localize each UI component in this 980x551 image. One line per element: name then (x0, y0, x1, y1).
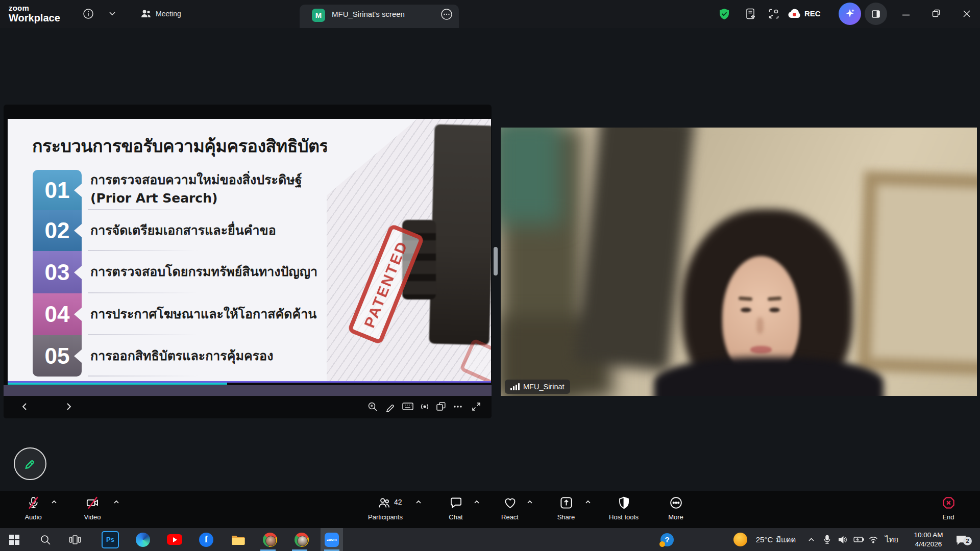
camera-off-icon[interactable] (86, 496, 100, 510)
help-icon[interactable]: ? (658, 528, 676, 551)
viewer-control-bar: 16 / 55 (4, 396, 492, 418)
photoshop-glyph: Ps (106, 536, 114, 543)
tray-wifi-icon[interactable] (867, 528, 880, 551)
workplace-logo: Workplace (9, 12, 60, 24)
step-label-1-line2: (Prior Art Search) (90, 189, 320, 208)
meeting-tab-people-icon[interactable] (140, 8, 152, 19)
share-screen-icon[interactable] (559, 496, 573, 510)
participants-icon[interactable] (377, 496, 391, 510)
step-number-5: 05 (33, 335, 82, 377)
zoom-meeting-window: zoom Workplace Meeting M MFU_Sirinat's s… (0, 0, 980, 551)
weather-sun-icon[interactable] (731, 528, 749, 551)
clock-time: 10:00 AM (908, 531, 949, 540)
broadcast-icon[interactable] (420, 402, 430, 412)
video-options-chevron[interactable] (113, 500, 119, 504)
next-slide-icon[interactable] (66, 403, 71, 411)
language-indicator[interactable]: ไทย (881, 528, 902, 551)
divider (88, 250, 198, 251)
chrome-profile2-icon[interactable] (291, 528, 312, 551)
participant-name-tag: MFU_Sirinat (505, 380, 570, 394)
cloud-recording-icon[interactable] (788, 8, 802, 19)
rec-label: REC (804, 9, 821, 18)
tray-chevron-up-icon[interactable] (804, 528, 818, 551)
window-titlebar: zoom Workplace Meeting M MFU_Sirinat's s… (0, 0, 980, 28)
participants-count: 42 (394, 498, 402, 506)
file-explorer-icon[interactable] (228, 528, 248, 551)
prev-slide-icon[interactable] (22, 403, 27, 411)
tray-mic-icon[interactable] (821, 528, 833, 551)
mic-muted-icon[interactable] (27, 496, 40, 510)
tray-volume-icon[interactable] (836, 528, 849, 551)
weather-desc: มีแดด (776, 534, 796, 546)
more-options-icon[interactable] (453, 405, 462, 408)
start-button[interactable] (4, 528, 24, 551)
stamp-handle (429, 124, 491, 345)
youtube-icon[interactable] (164, 528, 185, 551)
participant-video[interactable]: MFU_Sirinat (501, 128, 977, 396)
weather-temp: 25°C (756, 535, 773, 544)
taskbar-search-icon[interactable] (35, 528, 56, 551)
connection-signal-icon (510, 383, 520, 390)
language-label: ไทย (885, 534, 898, 546)
slide-title: กระบวนการขอรับความคุ้มครองสิทธิบัตร (32, 132, 338, 160)
exit-fullscreen-icon[interactable] (471, 402, 481, 412)
scrollbar-thumb[interactable] (494, 247, 498, 276)
step-number-1: 01 (33, 170, 82, 210)
clock-date: 4/4/2026 (908, 540, 949, 549)
end-meeting-icon[interactable] (942, 496, 955, 510)
tab-more-icon[interactable] (440, 8, 453, 21)
facebook-icon[interactable]: f (196, 528, 216, 551)
chat-icon[interactable] (449, 496, 463, 510)
step-label-2: การจัดเตรียมเอกสารและยื่นคำขอ (90, 221, 320, 240)
viewer-purple-strip (4, 385, 492, 396)
participants-button[interactable]: Participants (350, 513, 421, 521)
patent-stamp-photo: PATENTED (327, 119, 491, 381)
photoshop-icon[interactable]: Ps (100, 528, 120, 551)
keyboard-icon[interactable] (402, 403, 413, 410)
share-options-chevron[interactable] (585, 500, 591, 504)
more-button[interactable]: More (640, 513, 712, 521)
more-icon[interactable] (669, 496, 683, 510)
task-view-icon[interactable] (65, 528, 85, 551)
edge-icon[interactable] (133, 528, 153, 551)
picture-frame (857, 171, 977, 376)
ai-companion-icon[interactable] (839, 3, 861, 25)
react-options-chevron[interactable] (527, 500, 533, 504)
facebook-glyph: f (205, 534, 208, 545)
restore-button[interactable] (930, 8, 942, 18)
weather-widget[interactable]: 25°C มีแดด (750, 528, 801, 551)
step-label-5: การออกสิทธิบัตรและการคุ้มครอง (90, 347, 320, 365)
tray-battery-icon[interactable] (851, 528, 866, 551)
chevron-down-icon[interactable] (109, 11, 116, 16)
info-icon[interactable] (83, 8, 94, 19)
zoom-in-icon[interactable] (368, 402, 378, 412)
chat-options-chevron[interactable] (474, 500, 480, 504)
end-button[interactable]: End (913, 513, 980, 521)
participants-options-chevron[interactable] (415, 500, 422, 504)
zoom-app-icon[interactable]: zoom (321, 528, 343, 551)
step-label-1-line1: การตรวจสอบความใหม่ของสิ่งประดิษฐ์ (90, 171, 320, 189)
annotate-pen-icon[interactable] (385, 402, 396, 412)
slide-progress-done (8, 383, 227, 385)
annotation-pencil-button[interactable] (14, 447, 46, 480)
step-number-3-text: 03 (45, 260, 70, 285)
divider (88, 292, 198, 293)
zoom-app-glyph: zoom (327, 537, 337, 542)
security-shield-icon[interactable] (719, 8, 730, 20)
taskbar-clock[interactable]: 10:00 AM 4/4/2026 (908, 531, 949, 548)
host-tools-shield-icon[interactable] (617, 496, 631, 510)
participant-name: MFU_Sirinat (523, 383, 565, 391)
chrome-profile1-icon[interactable] (260, 528, 280, 551)
video-button[interactable]: Video (57, 513, 128, 521)
divider (88, 375, 198, 377)
step-label-4: การประกาศโฆษณาและให้โอกาสคัดค้าน (90, 305, 320, 323)
captions-transcript-icon[interactable] (745, 8, 756, 20)
minimize-button[interactable] (900, 11, 912, 18)
audio-options-chevron[interactable] (51, 500, 57, 504)
new-window-icon[interactable] (436, 402, 446, 412)
tab-meeting[interactable]: Meeting (156, 10, 181, 18)
side-panel-icon[interactable] (865, 3, 887, 25)
react-heart-icon[interactable] (503, 496, 517, 510)
close-button[interactable] (961, 9, 973, 19)
speaker-view-icon[interactable] (768, 8, 780, 20)
